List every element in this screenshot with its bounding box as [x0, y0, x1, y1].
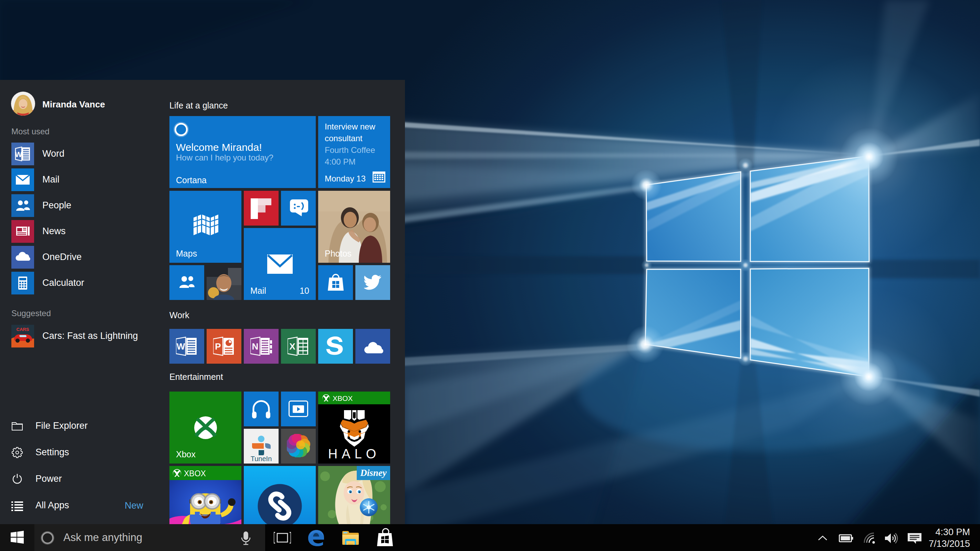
svg-text:N: N: [252, 341, 259, 352]
svg-text:W: W: [177, 341, 185, 352]
svg-text:XBOX: XBOX: [332, 394, 353, 402]
svg-text:P: P: [215, 341, 221, 352]
svg-text:CARS: CARS: [16, 327, 29, 332]
svg-text:X: X: [289, 341, 296, 352]
svg-text:W: W: [15, 150, 22, 159]
svg-text:XBOX: XBOX: [184, 469, 206, 478]
